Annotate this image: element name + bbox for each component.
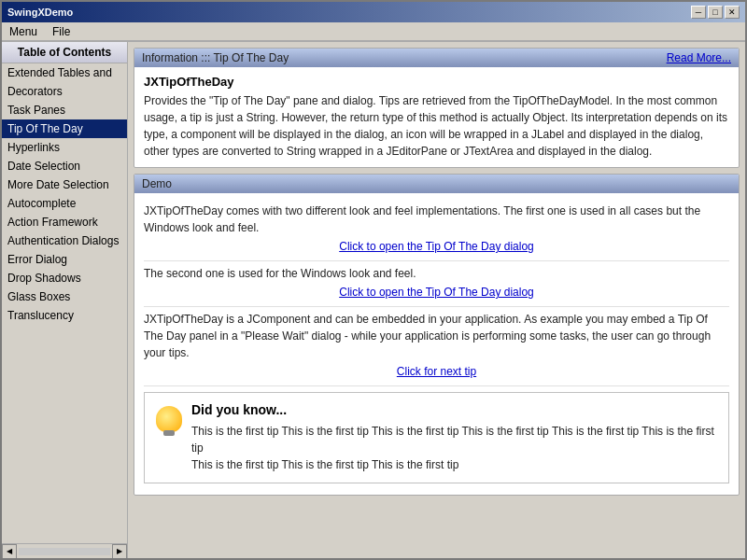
demo-text-2: The second one is used for the Windows l… (144, 265, 729, 282)
info-panel-body: JXTipOfTheDay Provides the "Tip of The D… (134, 67, 739, 167)
sidebar-item-more-date-selection[interactable]: More Date Selection (2, 175, 127, 194)
tip-content: Did you know... This is the first tip Th… (191, 402, 717, 473)
next-tip-link[interactable]: Click for next tip (144, 365, 729, 378)
tip-box: Did you know... This is the first tip Th… (144, 392, 729, 483)
demo-panel-body: JXTipOfTheDay comes with two different l… (134, 193, 739, 495)
window-title: SwingXDemo (7, 7, 73, 18)
tip-text-line1: This is the first tip This is the first … (191, 425, 714, 455)
sidebar-item-tip-of-the-day[interactable]: Tip Of The Day (2, 119, 127, 138)
sidebar-list: Extended Tables and Decorators Task Pane… (2, 63, 127, 543)
scroll-track (19, 548, 110, 555)
maximize-button[interactable]: □ (708, 6, 723, 19)
read-more-link[interactable]: Read More... (667, 51, 731, 64)
tip-text: This is the first tip This is the first … (191, 423, 717, 473)
sidebar-item-drop-shadows[interactable]: Drop Shadows (2, 269, 127, 287)
demo-text-1: JXTipOfTheDay comes with two different l… (144, 203, 729, 236)
info-panel-header: Information ::: Tip Of The Day Read More… (134, 49, 739, 67)
sidebar: Table of Contents Extended Tables and De… (2, 42, 128, 558)
sidebar-item-date-selection[interactable]: Date Selection (2, 157, 127, 175)
sidebar-item-autocomplete[interactable]: Autocomplete (2, 194, 127, 213)
sidebar-item-hyperlinks[interactable]: Hyperlinks (2, 138, 127, 157)
sidebar-item-decorators[interactable]: Decorators (2, 82, 127, 101)
open-dialog-link-1[interactable]: Click to open the Tip Of The Day dialog (144, 240, 729, 253)
sidebar-header: Table of Contents (2, 42, 127, 63)
menu-menu-item[interactable]: Menu (6, 24, 41, 39)
demo-section-3: JXTipOfTheDay is a JComponent and can be… (144, 307, 729, 386)
open-dialog-link-2[interactable]: Click to open the Tip Of The Day dialog (144, 286, 729, 299)
demo-text-3: JXTipOfTheDay is a JComponent and can be… (144, 311, 729, 361)
minimize-button[interactable]: ─ (691, 6, 706, 19)
scroll-right-button[interactable]: ▶ (112, 544, 127, 559)
file-menu-item[interactable]: File (49, 24, 74, 39)
sidebar-item-error-dialog[interactable]: Error Dialog (2, 250, 127, 269)
main-area: Table of Contents Extended Tables and De… (2, 41, 745, 558)
sidebar-item-authentication-dialogs[interactable]: Authentication Dialogs (2, 231, 127, 250)
demo-panel-header: Demo (134, 175, 739, 193)
info-panel-title: Information ::: Tip Of The Day (142, 51, 289, 64)
info-panel-component-title: JXTipOfTheDay (144, 75, 729, 89)
tip-text-line2: This is the first tip This is the first … (191, 458, 458, 471)
sidebar-item-translucency[interactable]: Translucency (2, 306, 127, 325)
sidebar-item-extended-tables[interactable]: Extended Tables and (2, 63, 127, 82)
demo-header-title: Demo (142, 177, 172, 190)
lightbulb-icon (156, 406, 182, 432)
content-area: Information ::: Tip Of The Day Read More… (128, 42, 745, 558)
close-button[interactable]: ✕ (725, 6, 740, 19)
main-window: SwingXDemo ─ □ ✕ Menu File Table of Cont… (0, 0, 747, 560)
demo-section-1: JXTipOfTheDay comes with two different l… (144, 199, 729, 261)
info-panel-description: Provides the "Tip of The Day" pane and d… (144, 92, 729, 160)
info-panel: Information ::: Tip Of The Day Read More… (134, 48, 740, 168)
sidebar-item-glass-boxes[interactable]: Glass Boxes (2, 287, 127, 306)
title-bar: SwingXDemo ─ □ ✕ (2, 2, 745, 22)
tip-title: Did you know... (191, 402, 717, 417)
menu-bar: Menu File (2, 22, 745, 41)
sidebar-item-action-framework[interactable]: Action Framework (2, 213, 127, 231)
title-bar-buttons: ─ □ ✕ (691, 6, 740, 19)
sidebar-item-task-panes[interactable]: Task Panes (2, 101, 127, 119)
sidebar-scrollbar: ◀ ▶ (2, 543, 127, 558)
scroll-left-button[interactable]: ◀ (2, 544, 17, 559)
demo-panel: Demo JXTipOfTheDay comes with two differ… (134, 174, 740, 496)
demo-section-2: The second one is used for the Windows l… (144, 261, 729, 307)
